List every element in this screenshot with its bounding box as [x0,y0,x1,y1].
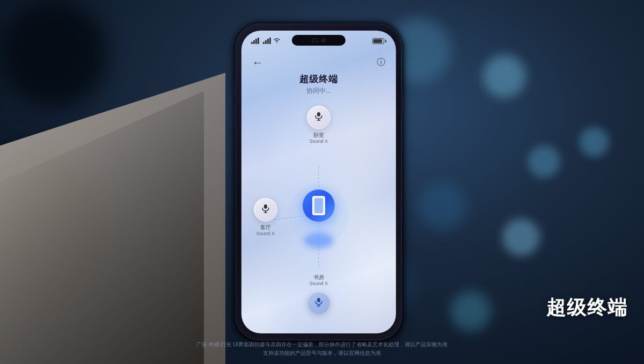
bedroom-device-name: Sound X [310,139,328,145]
camera-lens [321,38,326,42]
bokeh-decoration [580,127,609,157]
phone-screen: 08:08 ← ⓘ 超级终端 协同中... [241,31,396,333]
svg-rect-8 [264,205,267,209]
bokeh-decoration [483,55,526,98]
page-title: 超级终端 [299,73,338,85]
living-room-device-name: Sound X [257,230,275,237]
svg-rect-5 [317,112,320,117]
battery-tip [385,40,386,42]
battery-body [372,38,384,44]
disclaimer-line2: 支持该功能的产品型号与版本，请以官网信息为准 [134,349,510,358]
bokeh-decoration [528,145,560,178]
signal-bar-4 [258,38,259,44]
signal-bar-7 [267,39,269,44]
study-speaker[interactable]: 书房 Sound X [307,274,331,315]
signal-icon [251,38,259,44]
living-room-speaker[interactable]: 客厅 Sound X [254,198,277,237]
signal-bar-2 [253,40,255,44]
svg-rect-11 [317,298,320,302]
signal-bar-5 [263,42,265,44]
back-button[interactable]: ← [252,56,263,69]
disclaimer-section: 广告 外观 灯光 UI界面因拍摄等原因存在一定偏差，部分操作进行了省略及艺术化处… [134,340,510,358]
speaker-icon-circle [307,106,331,129]
signal-area [251,37,281,45]
battery-icon [372,38,386,44]
device-network: 卧室 Sound X [241,101,396,333]
phone-device: 08:08 ← ⓘ 超级终端 协同中... [236,24,402,340]
marketing-title: 超级终端 [546,295,628,321]
info-button[interactable]: ⓘ [377,57,385,68]
living-room-label: 客厅 [257,223,275,230]
title-section: 超级终端 协同中... [299,73,338,96]
bokeh-decoration [0,0,107,107]
marketing-text: 超级终端 [546,295,628,321]
top-navigation: ← ⓘ [241,54,396,71]
study-device-name: Sound X [310,281,328,287]
battery-fill [374,39,382,43]
speaker-icon [313,296,324,310]
phone-icon [312,196,325,215]
speaker-icon-circle [307,291,331,315]
bedroom-room-label: 卧室 [310,132,328,139]
signal-bar-1 [251,42,253,44]
phone-screen-mini [314,198,323,213]
camera-sensor [312,38,318,42]
bokeh-decoration [419,182,467,230]
power-button [401,89,403,115]
bedroom-speaker-label: 卧室 Sound X [310,132,328,145]
living-room-speaker-label: 客厅 Sound X [257,223,275,237]
phone-shell: 08:08 ← ⓘ 超级终端 协同中... [236,24,402,340]
camera-notch [292,35,346,46]
bokeh-decoration [451,291,491,331]
signal-bar-3 [255,39,257,44]
bedroom-speaker[interactable]: 卧室 Sound X [307,106,331,145]
study-room-label: 书房 [310,274,328,281]
volume-up-button [235,78,236,97]
center-phone-device [303,190,335,222]
page-subtitle: 协同中... [299,86,338,96]
study-speaker-label: 书房 Sound X [310,274,328,287]
bokeh-decoration [502,219,540,256]
speaker-icon-circle [254,198,277,221]
signal-icon-2 [263,38,271,44]
volume-down-button [235,102,236,129]
speaker-icon [260,203,271,216]
disclaimer-line1: 广告 外观 灯光 UI界面因拍摄等原因存在一定偏差，部分操作进行了省略及艺术化处… [134,340,510,349]
app-content: ← ⓘ 超级终端 协同中... [241,48,396,333]
center-device-shadow [304,232,333,249]
signal-bar-6 [265,40,267,44]
signal-bar-8 [269,38,271,44]
wifi-icon [273,37,281,45]
speaker-icon [313,111,324,124]
